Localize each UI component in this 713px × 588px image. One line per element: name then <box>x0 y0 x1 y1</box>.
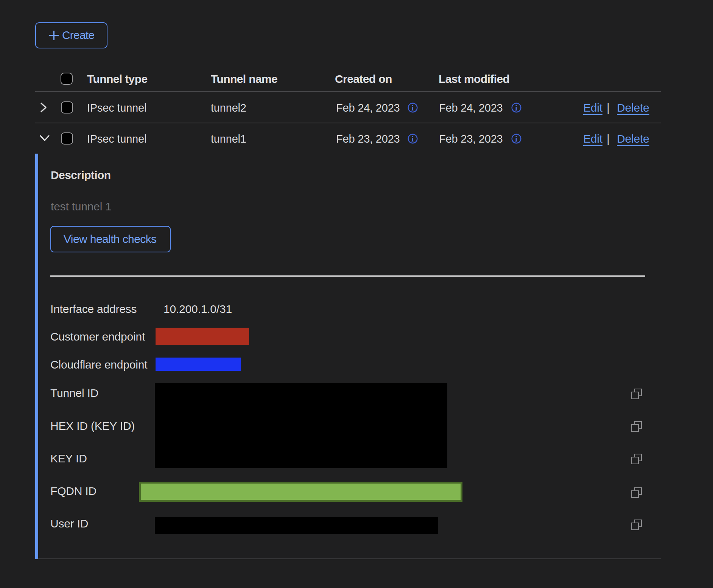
svg-text:i: i <box>515 135 517 143</box>
svg-text:i: i <box>411 135 414 143</box>
svg-text:i: i <box>515 104 517 112</box>
svg-text:i: i <box>411 104 414 112</box>
